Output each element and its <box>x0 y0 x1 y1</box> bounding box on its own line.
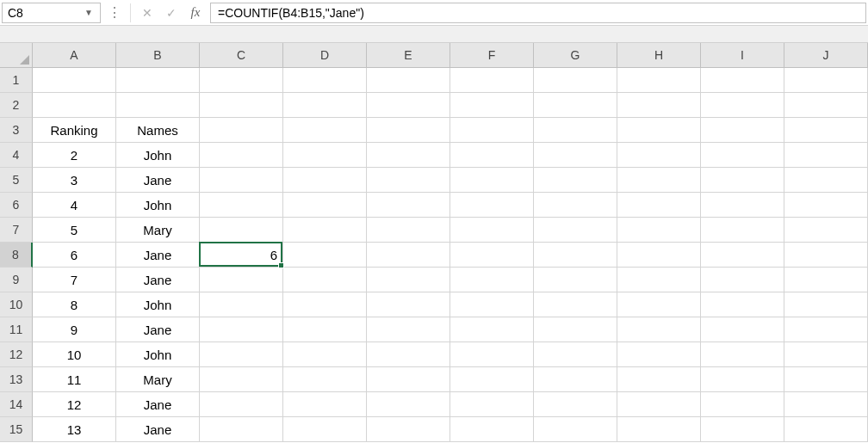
col-header-I[interactable]: I <box>701 43 784 68</box>
cell-E7[interactable] <box>367 218 450 243</box>
col-header-G[interactable]: G <box>534 43 617 68</box>
cell-I12[interactable] <box>701 342 784 367</box>
cell-D13[interactable] <box>283 367 367 392</box>
cell-G12[interactable] <box>534 342 617 367</box>
cell-F11[interactable] <box>450 317 534 342</box>
cell-F10[interactable] <box>450 292 534 317</box>
cell-J3[interactable] <box>784 118 868 143</box>
cell-D4[interactable] <box>283 143 367 168</box>
cell-F8[interactable] <box>450 243 534 268</box>
cell-G11[interactable] <box>534 317 617 342</box>
cell-D6[interactable] <box>283 193 367 218</box>
cell-E14[interactable] <box>367 392 450 417</box>
cell-H7[interactable] <box>617 218 701 243</box>
select-all-corner[interactable] <box>0 43 33 68</box>
cell-G15[interactable] <box>534 417 617 442</box>
cell-F14[interactable] <box>450 392 534 417</box>
cell-A7[interactable]: 5 <box>33 218 116 243</box>
cell-D5[interactable] <box>283 168 367 193</box>
cell-I2[interactable] <box>701 93 784 118</box>
cell-G7[interactable] <box>534 218 617 243</box>
cell-J6[interactable] <box>784 193 868 218</box>
row-header-10[interactable]: 10 <box>0 292 33 317</box>
cell-J9[interactable] <box>784 268 868 292</box>
cell-H10[interactable] <box>617 292 701 317</box>
cell-H2[interactable] <box>617 93 701 118</box>
cell-E1[interactable] <box>367 68 450 93</box>
cell-I8[interactable] <box>701 243 784 268</box>
cell-B15[interactable]: Jane <box>116 417 200 442</box>
cell-D9[interactable] <box>283 268 367 292</box>
cell-C2[interactable] <box>200 93 283 118</box>
formula-bar-options-icon[interactable]: ⋮ <box>102 3 125 23</box>
cell-F4[interactable] <box>450 143 534 168</box>
cell-J15[interactable] <box>784 417 868 442</box>
name-box-dropdown-icon[interactable]: ▼ <box>83 8 95 17</box>
cell-H13[interactable] <box>617 367 701 392</box>
cell-J10[interactable] <box>784 292 868 317</box>
cell-D1[interactable] <box>283 68 367 93</box>
cell-A6[interactable]: 4 <box>33 193 116 218</box>
cell-H14[interactable] <box>617 392 701 417</box>
cell-F15[interactable] <box>450 417 534 442</box>
col-header-H[interactable]: H <box>617 43 701 68</box>
cell-A10[interactable]: 8 <box>33 292 116 317</box>
cell-C6[interactable] <box>200 193 283 218</box>
cell-B7[interactable]: Mary <box>116 218 200 243</box>
cell-I1[interactable] <box>701 68 784 93</box>
cell-H11[interactable] <box>617 317 701 342</box>
cell-G6[interactable] <box>534 193 617 218</box>
cell-C4[interactable] <box>200 143 283 168</box>
cell-G5[interactable] <box>534 168 617 193</box>
cell-B14[interactable]: Jane <box>116 392 200 417</box>
cell-I3[interactable] <box>701 118 784 143</box>
cell-G4[interactable] <box>534 143 617 168</box>
row-header-13[interactable]: 13 <box>0 367 33 392</box>
cell-B8[interactable]: Jane <box>116 243 200 268</box>
cell-E3[interactable] <box>367 118 450 143</box>
cell-C7[interactable] <box>200 218 283 243</box>
cell-F6[interactable] <box>450 193 534 218</box>
cell-D3[interactable] <box>283 118 367 143</box>
cell-F3[interactable] <box>450 118 534 143</box>
cell-B6[interactable]: John <box>116 193 200 218</box>
row-header-9[interactable]: 9 <box>0 268 33 292</box>
row-header-15[interactable]: 15 <box>0 417 33 442</box>
row-header-1[interactable]: 1 <box>0 68 33 93</box>
cell-C9[interactable] <box>200 268 283 292</box>
cell-A13[interactable]: 11 <box>33 367 116 392</box>
cell-G8[interactable] <box>534 243 617 268</box>
cell-A4[interactable]: 2 <box>33 143 116 168</box>
cell-D8[interactable] <box>283 243 367 268</box>
row-header-3[interactable]: 3 <box>0 118 33 143</box>
cell-I15[interactable] <box>701 417 784 442</box>
cell-C8[interactable]: 6 <box>200 243 283 268</box>
cell-B11[interactable]: Jane <box>116 317 200 342</box>
cell-E12[interactable] <box>367 342 450 367</box>
row-header-14[interactable]: 14 <box>0 392 33 417</box>
cell-A8[interactable]: 6 <box>33 243 116 268</box>
cell-H1[interactable] <box>617 68 701 93</box>
cell-D15[interactable] <box>283 417 367 442</box>
cell-D10[interactable] <box>283 292 367 317</box>
row-header-2[interactable]: 2 <box>0 93 33 118</box>
cell-F12[interactable] <box>450 342 534 367</box>
cell-J7[interactable] <box>784 218 868 243</box>
cell-H4[interactable] <box>617 143 701 168</box>
cell-J5[interactable] <box>784 168 868 193</box>
cell-B4[interactable]: John <box>116 143 200 168</box>
cell-H12[interactable] <box>617 342 701 367</box>
cell-G1[interactable] <box>534 68 617 93</box>
cell-A12[interactable]: 10 <box>33 342 116 367</box>
cell-A14[interactable]: 12 <box>33 392 116 417</box>
cell-G3[interactable] <box>534 118 617 143</box>
cell-I10[interactable] <box>701 292 784 317</box>
cell-G14[interactable] <box>534 392 617 417</box>
formula-input[interactable]: =COUNTIF(B4:B15,"Jane") <box>210 3 866 23</box>
cell-C11[interactable] <box>200 317 283 342</box>
col-header-A[interactable]: A <box>33 43 116 68</box>
cell-E10[interactable] <box>367 292 450 317</box>
cell-A5[interactable]: 3 <box>33 168 116 193</box>
cell-A11[interactable]: 9 <box>33 317 116 342</box>
row-header-6[interactable]: 6 <box>0 193 33 218</box>
